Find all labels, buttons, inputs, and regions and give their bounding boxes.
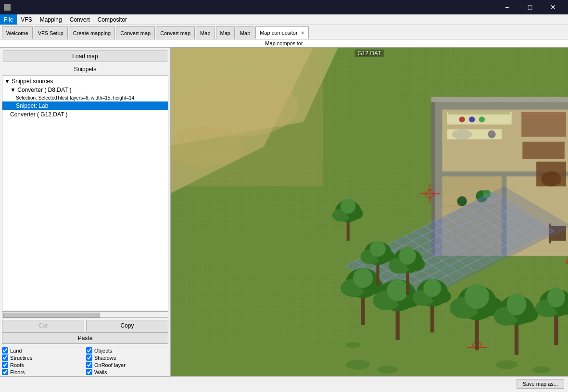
tab-title: Map compositor [0, 39, 568, 48]
tab-convert-map-1[interactable]: Convert map [116, 26, 155, 39]
svg-point-196 [506, 293, 526, 315]
svg-point-217 [346, 360, 371, 370]
checkbox-floors: Floors [2, 369, 84, 375]
tab-create-mapping[interactable]: Create mapping [69, 26, 115, 39]
tab-map-2[interactable]: Map [216, 26, 235, 39]
maximize-button[interactable]: □ [519, 0, 541, 14]
objects-label: Objects [94, 348, 112, 354]
tree-label: ▼ Snippet sources [4, 78, 53, 85]
svg-rect-8 [171, 48, 323, 186]
onroof-checkbox[interactable] [86, 362, 92, 368]
tree-item-converter-d8[interactable]: ▼ Converter ( D8.DAT ) [2, 86, 168, 94]
tab-map-1[interactable]: Map [196, 26, 215, 39]
paste-button[interactable]: Paste [2, 332, 168, 344]
tab-bar: Welcome VFS Setup Create mapping Convert… [0, 25, 568, 39]
shadows-checkbox[interactable] [86, 354, 92, 361]
action-buttons: Cut Copy [2, 320, 168, 331]
close-button[interactable]: ✕ [542, 0, 564, 14]
bottom-status-bar: Save map as... [0, 376, 568, 391]
left-panel: Load map Snippets ▼ Snippet sources ▼ Co… [0, 48, 171, 376]
floors-label: Floors [10, 369, 25, 375]
svg-point-181 [387, 279, 408, 301]
title-bar: − □ ✕ [0, 0, 568, 14]
app-icon [4, 4, 11, 11]
menu-convert[interactable]: Convert [66, 14, 94, 25]
tree-label: ▼ Converter ( D8.DAT ) [10, 87, 71, 93]
svg-point-201 [547, 288, 565, 307]
svg-point-191 [465, 284, 490, 309]
objects-checkbox[interactable] [86, 347, 92, 354]
minimize-button[interactable]: − [496, 0, 518, 14]
land-label: Land [10, 348, 22, 354]
menu-compositor[interactable]: Compositor [94, 14, 131, 25]
checkbox-roofs: Roofs [2, 362, 84, 368]
tree-item-snippet-lab[interactable]: Snippet: Lab [2, 101, 168, 110]
cut-button[interactable]: Cut [2, 320, 84, 331]
checkbox-shadows: Shadows [86, 354, 168, 361]
walls-checkbox[interactable] [86, 369, 92, 375]
floors-checkbox[interactable] [2, 369, 8, 375]
land-checkbox[interactable] [2, 347, 8, 354]
tab-map-3[interactable]: Map [236, 26, 254, 39]
tab-title-label: Map compositor [265, 40, 303, 46]
onroof-label: OnRoof layer [94, 362, 126, 368]
snippets-label: Snippets [0, 65, 170, 75]
tree-view[interactable]: ▼ Snippet sources ▼ Converter ( D8.DAT )… [2, 76, 168, 310]
title-bar-left [4, 4, 11, 11]
tree-item-selection[interactable]: Selection: SelectedTiles{ layers=6, widt… [2, 94, 168, 101]
svg-rect-32 [522, 142, 565, 159]
svg-point-186 [423, 279, 441, 297]
title-bar-controls: − □ ✕ [496, 0, 564, 14]
menu-vfs[interactable]: VFS [17, 14, 36, 25]
svg-point-176 [353, 268, 373, 288]
svg-point-220 [532, 366, 550, 373]
load-map-button[interactable]: Load map [3, 51, 167, 62]
svg-point-206 [370, 241, 386, 257]
svg-rect-30 [521, 112, 566, 137]
save-map-button[interactable]: Save map as... [517, 379, 564, 389]
tab-welcome[interactable]: Welcome [2, 26, 33, 39]
svg-point-39 [457, 196, 467, 206]
svg-rect-31 [521, 112, 566, 114]
roofs-label: Roofs [10, 362, 24, 368]
checkbox-structures: Structires [2, 354, 84, 361]
tree-label: Converter ( G12.DAT ) [10, 111, 68, 118]
svg-point-28 [488, 130, 495, 138]
svg-point-26 [469, 116, 475, 122]
svg-point-218 [378, 366, 398, 373]
map-view-panel[interactable]: G12.DAT [171, 48, 568, 376]
tree-item-snippet-sources[interactable]: ▼ Snippet sources [2, 77, 168, 86]
menu-file[interactable]: File [0, 14, 17, 25]
svg-point-219 [496, 360, 518, 369]
shadows-label: Shadows [94, 355, 116, 361]
svg-rect-20 [431, 97, 568, 102]
menu-bar: File VFS Mapping Convert Compositor [0, 14, 568, 25]
svg-point-27 [479, 116, 485, 122]
svg-point-221 [346, 342, 361, 348]
svg-rect-24 [448, 112, 510, 114]
svg-point-216 [341, 199, 355, 214]
checkbox-land: Land [2, 347, 84, 354]
copy-button[interactable]: Copy [86, 320, 168, 331]
roofs-checkbox[interactable] [2, 362, 8, 368]
svg-point-34 [541, 172, 561, 187]
map-title: G12.DAT [354, 50, 384, 57]
menu-mapping[interactable]: Mapping [36, 14, 66, 25]
scrollbar-thumb[interactable] [3, 313, 100, 317]
svg-point-25 [459, 116, 465, 122]
tree-label: Snippet: Lab [16, 102, 48, 109]
tab-convert-map-2[interactable]: Convert map [156, 26, 195, 39]
svg-point-211 [399, 247, 416, 265]
checkbox-walls: Walls [86, 369, 168, 375]
checkbox-objects: Objects [86, 347, 168, 354]
tab-close-icon[interactable]: ✕ [301, 30, 304, 36]
tab-vfs-setup[interactable]: VFS Setup [34, 26, 68, 39]
tab-map-compositor[interactable]: Map compositor ✕ [255, 26, 308, 39]
tree-item-converter-g12[interactable]: Converter ( G12.DAT ) [2, 110, 168, 119]
checkboxes-area: Land Objects Structires Shadows Roofs On… [0, 346, 170, 376]
tree-label: Selection: SelectedTiles{ layers=6, widt… [16, 95, 136, 101]
structures-label: Structires [10, 355, 32, 361]
horizontal-scrollbar[interactable] [2, 311, 168, 318]
checkbox-onroof: OnRoof layer [86, 362, 168, 368]
structures-checkbox[interactable] [2, 354, 8, 361]
